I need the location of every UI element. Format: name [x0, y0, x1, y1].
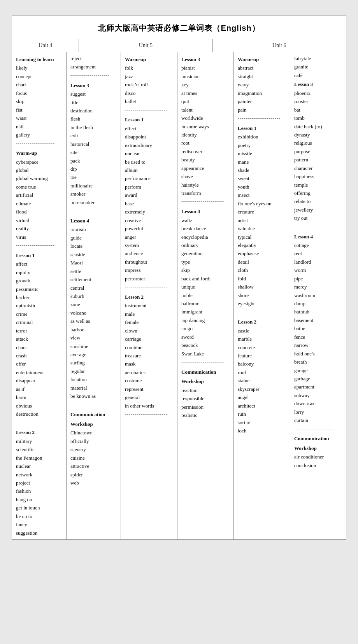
unit5-left-column: Warm-upfolkjazzrock 'n' rolldiscoballet-…	[121, 52, 177, 539]
word-item: batbe	[294, 324, 342, 332]
word-item: root	[181, 139, 230, 147]
word-item: happiness	[294, 172, 342, 180]
word-item: waltz	[181, 216, 230, 224]
section-title: Communication	[294, 434, 342, 443]
word-item: pattern	[294, 156, 342, 164]
word-item: creature	[238, 208, 286, 216]
section-title: Lesson 2	[125, 293, 173, 301]
word-item: extraordinary	[125, 141, 173, 149]
word-item: offer	[16, 360, 62, 368]
word-item: scenery	[70, 445, 117, 453]
word-item: disco	[125, 89, 173, 97]
word-item: regular	[70, 367, 117, 375]
word-item: mask	[125, 360, 173, 368]
section-title: Lesson 2	[238, 318, 286, 326]
word-item: roof	[238, 368, 286, 376]
word-item: phoenix	[294, 89, 342, 97]
word-item: ruin	[238, 410, 286, 418]
word-item: material	[70, 384, 117, 392]
word-item: worldwide	[181, 114, 230, 122]
word-item: costume	[125, 376, 173, 385]
word-item: fancy	[16, 520, 62, 528]
word-item: locate	[70, 242, 117, 250]
word-item: settlement	[70, 275, 117, 284]
word-item: key	[181, 80, 230, 89]
word-item: shade	[238, 166, 286, 174]
word-item: identity	[181, 131, 230, 139]
word-item: Maori	[70, 259, 117, 267]
word-item: scientific	[16, 445, 62, 453]
word-item: unique	[181, 283, 230, 291]
word-item: zone	[70, 300, 117, 308]
word-item: bat	[294, 106, 342, 114]
word-item: suggest	[70, 90, 117, 98]
section-divider: --------------------	[16, 140, 62, 147]
word-item: unclear	[125, 149, 173, 158]
word-item: in the flesh	[70, 123, 117, 131]
word-item: youth	[238, 183, 286, 191]
word-item: painter	[238, 97, 286, 105]
word-item: Swan Lake	[181, 350, 230, 358]
word-item: architect	[238, 402, 286, 410]
word-item: global	[16, 166, 62, 174]
word-item: military	[16, 437, 62, 445]
word-item: performance	[125, 174, 173, 182]
word-item: mane	[238, 158, 286, 166]
section-title: Lesson 1	[16, 251, 62, 259]
word-item: skyscraper	[238, 385, 286, 393]
section-title: Learning to learn	[16, 55, 62, 63]
word-item: encyclopedia	[181, 233, 230, 241]
word-item: crime	[16, 310, 62, 318]
word-item: granite	[294, 63, 342, 71]
section-divider: ----------------------	[181, 198, 230, 206]
word-item: Chinatown	[70, 429, 117, 437]
word-item: toe	[70, 173, 117, 181]
section-title: Warm-up	[16, 149, 62, 157]
word-item: loch	[238, 427, 286, 435]
section-divider: ----------------------	[238, 308, 286, 316]
word-item: cuisine	[70, 454, 117, 462]
word-item: impress	[125, 266, 173, 274]
word-item: relate to	[294, 197, 342, 205]
word-item: suggestion	[16, 529, 62, 537]
section-divider: --------------------	[70, 401, 117, 409]
word-item: insect	[238, 191, 286, 199]
unit4-left-column: Learning to learnlikelyconceptchartfocus…	[12, 52, 67, 539]
word-item: harm	[16, 393, 62, 401]
word-item: web	[70, 479, 117, 487]
word-item: café	[294, 71, 342, 79]
word-item: in some ways	[181, 122, 230, 131]
word-item: be known as	[70, 392, 117, 400]
word-item: view	[70, 334, 117, 342]
word-item: bathtub	[294, 308, 342, 316]
word-item: treasure	[125, 352, 173, 360]
word-item: emphasise	[238, 249, 286, 257]
section-divider: ----------------------	[125, 107, 173, 114]
word-item: virus	[16, 233, 62, 241]
word-item: base	[125, 200, 173, 208]
word-item: ballroom	[181, 299, 230, 308]
word-item: system	[125, 241, 173, 249]
word-item: beauty	[181, 156, 230, 164]
word-item: generation	[181, 249, 230, 257]
word-item: project	[16, 479, 62, 487]
word-item: concept	[16, 72, 62, 80]
word-item: flesh	[70, 115, 117, 123]
word-item: fist	[16, 106, 62, 114]
word-item: breath	[294, 358, 342, 366]
word-item: angel	[238, 393, 286, 401]
word-item: crash	[16, 352, 62, 360]
word-item: elegantly	[238, 241, 286, 249]
page-title: 北师大版高中英语必修二单词表（English）	[12, 16, 346, 39]
word-item: destruction	[16, 410, 62, 418]
word-item: tango	[181, 324, 230, 332]
word-item: apartment	[294, 383, 342, 391]
word-item: straight	[238, 72, 286, 80]
word-item: perform	[125, 183, 173, 191]
section-title: Lesson 4	[70, 217, 117, 225]
word-item: as if	[16, 385, 62, 393]
word-item: washroom	[294, 291, 342, 299]
word-item: damp	[294, 299, 342, 308]
section-title: Lesson 3	[181, 55, 230, 63]
word-item: anger	[125, 233, 173, 241]
